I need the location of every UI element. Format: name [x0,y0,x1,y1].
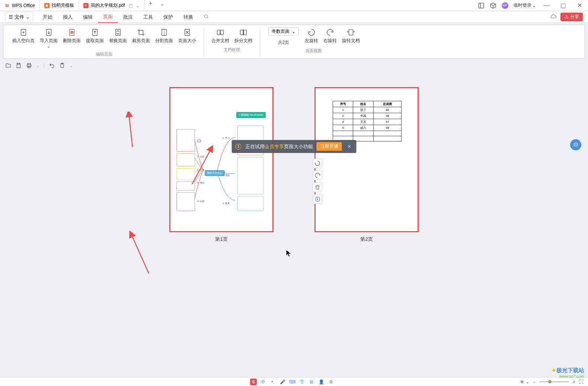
separator [44,63,44,68]
ribbon-group-edit: 插入空白页 导入页面⌄ 删除页面 提取页面 替换页面 裁剪页面 分割页面 页面大… [7,27,201,57]
ribbon-group-doc: 合并文档 拆分文档 文档处理 [206,27,258,57]
page-1-label: 第1页 [215,236,227,243]
chevron-down-icon[interactable]: ⌄ [36,64,39,68]
tab-dropdown-icon[interactable]: ⌄ [136,3,140,8]
rotate-doc-button[interactable]: 旋转文档 [340,27,362,45]
page-size-icon [183,28,192,37]
svg-line-3 [207,17,208,18]
zoom-slider[interactable] [539,381,569,382]
import-page-button[interactable]: 导入页面⌄ [38,27,60,49]
menu-annotate[interactable]: 批注 [118,12,138,23]
page-2-column: 序号 姓名 总成绩 1张三80 2李四98 4王五97 5赵六99 第2页 [314,87,419,243]
close-button[interactable]: ✕ [574,0,585,11]
menu-insert[interactable]: 插入 [58,12,78,23]
open-icon[interactable] [5,63,11,68]
close-icon[interactable]: ✕ [346,144,353,149]
svg-rect-20 [244,30,246,35]
add-page-button[interactable] [313,194,322,204]
mouse-cursor [286,249,292,258]
rotate-right-button[interactable]: 右旋转 [321,27,339,45]
page-count: 共2页 [278,39,290,46]
ime-keyboard-icon[interactable]: ⌨ [289,379,295,385]
delete-page-button[interactable]: 删除页面 [61,27,83,49]
ime-skin-icon[interactable]: 👕 [298,379,305,385]
chevron-down-icon: ⌄ [47,45,50,48]
ime-settings-icon[interactable]: ⚙ [327,379,334,385]
split-page-button[interactable]: 分割页面 [153,27,175,49]
menubar: ☰ 文件 ⌄ 开始 插入 编辑 页面 批注 工具 保护 转换 分享 [0,11,588,23]
clipboard-icon[interactable] [59,63,65,68]
tab-overflow-icon[interactable]: ⌄ [157,0,167,11]
extract-page-button[interactable]: 提取页面 [84,27,106,49]
pdf-icon: P [83,3,89,8]
ime-punct-icon[interactable]: •, [269,379,276,385]
save-icon[interactable] [16,63,22,68]
menu-search[interactable] [198,12,214,22]
ime-mic-icon[interactable]: 🎤 [279,379,286,385]
page-canvas: $ 正在试用会员专享页面大小功能 立即开通 ✕ 亿图脑图 MindMaster … [0,71,588,382]
group-label-doc: 文档处理 [224,47,240,52]
menu-edit[interactable]: 编辑 [78,12,98,23]
share-button[interactable]: 分享 [560,13,583,21]
cube-icon[interactable] [490,2,496,9]
hamburger-icon: ☰ [9,14,13,20]
group-label-view: 页面视图 [306,48,322,54]
menu-tools[interactable]: 工具 [138,12,158,23]
ime-toolbar: S 中 •, 🎤 ⌨ 👕 ⊞ 👤 ⚙ [250,379,334,385]
page-1-thumbnail[interactable]: 亿图脑图 MindMaster 我的大学规划 7. 心态 6. 宿舍 5. 考试… [169,87,274,232]
tab-wps-home[interactable]: W WPS Office [0,0,40,11]
zoom-out-button[interactable]: − [533,379,536,385]
zoom-in-button[interactable]: + [573,379,575,385]
wps-logo-icon: W [4,3,10,8]
insert-blank-page-button[interactable]: 插入空白页 [10,27,37,49]
share-label: 分享 [570,14,579,20]
menu-page[interactable]: 页面 [98,11,118,23]
menu-convert[interactable]: 转换 [178,12,198,23]
page-side-tools [313,159,322,204]
rotate-right-icon [326,28,335,37]
rotate-cw-button[interactable] [313,170,322,180]
tab-document[interactable]: P 我的大学规划.pdf ▢ ⌄ [79,0,144,11]
undo-icon[interactable] [49,63,55,68]
rotate-left-button[interactable]: 左旋转 [303,27,320,45]
replace-page-button[interactable]: 替换页面 [107,27,129,49]
menu-protect[interactable]: 保护 [158,12,178,23]
table-row: 序号 姓名 总成绩 [333,101,402,107]
avatar[interactable]: WP [502,2,508,9]
ime-user-icon[interactable]: 👤 [318,379,325,385]
login-status[interactable]: 临时登录 ⌄ [514,2,536,9]
zoom-handle[interactable] [548,380,552,383]
ime-lang-icon[interactable]: 中 [260,379,266,385]
menu-start[interactable]: 开始 [38,12,58,23]
page-1-column: 亿图脑图 MindMaster 我的大学规划 7. 心态 6. 宿舍 5. 考试… [169,87,274,243]
tab-window-icon[interactable]: ▢ [129,3,133,8]
merge-doc-button[interactable]: 合并文档 [209,27,231,45]
file-menu[interactable]: ☰ 文件 ⌄ [5,12,33,22]
page-select-dropdown[interactable]: 奇数页面⌄ [268,27,299,36]
group-label-edit: 编辑页面 [96,51,112,57]
ime-sogou-icon[interactable]: S [250,379,257,385]
split-doc-button[interactable]: 拆分文档 [232,27,255,45]
svg-rect-18 [221,30,223,35]
delete-button[interactable] [313,182,322,192]
rotate-ccw-button[interactable] [313,159,322,168]
minimize-button[interactable]: — [541,0,552,11]
annotation-arrow [125,112,136,149]
panel-icon[interactable] [478,2,485,9]
svg-point-36 [576,144,577,145]
ime-tool-icon[interactable]: ⊞ [308,379,315,385]
ai-assistant-button[interactable] [570,139,581,150]
print-icon[interactable] [26,63,32,68]
crop-page-button[interactable]: 裁剪页面 [130,27,152,49]
upgrade-button[interactable]: 立即开通 [317,142,342,151]
split-doc-icon [239,28,248,37]
page-2-thumbnail[interactable]: 序号 姓名 总成绩 1张三80 2李四98 4王五97 5赵六99 [314,87,419,232]
zoom-fit-icon[interactable]: ⛶ [579,379,584,385]
new-tab-button[interactable]: + [144,0,157,11]
maximize-button[interactable]: ▢ [557,0,569,11]
tab-templates[interactable]: ◆ 找稻壳模板 [40,0,79,11]
eye-icon[interactable]: 👁 ⌄ [520,379,529,385]
page-size-button[interactable]: 页面大小 [176,27,198,49]
cloud-icon[interactable] [550,13,557,21]
chevron-down-icon[interactable]: ⌄ [70,64,73,68]
